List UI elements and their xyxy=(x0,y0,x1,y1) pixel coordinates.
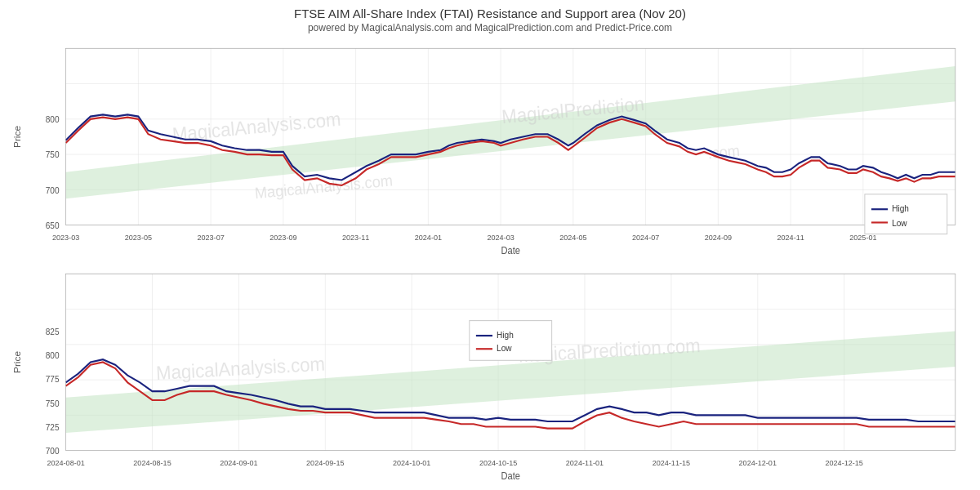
svg-text:2024-03: 2024-03 xyxy=(487,233,514,242)
svg-text:2024-07: 2024-07 xyxy=(632,233,659,242)
svg-text:2024-12-01: 2024-12-01 xyxy=(739,458,777,467)
svg-text:2024-08-15: 2024-08-15 xyxy=(133,458,171,467)
svg-text:2024-10-15: 2024-10-15 xyxy=(479,458,517,467)
charts-container: MagicalAnalysis.com MagicalPrediction .c… xyxy=(0,35,980,490)
svg-text:2024-11-15: 2024-11-15 xyxy=(653,458,690,467)
chart1-legend-high: High xyxy=(892,204,909,213)
chart2-svg: MagicalAnalysis.com MagicalPrediction.co… xyxy=(8,261,972,486)
svg-text:2024-05: 2024-05 xyxy=(559,233,586,242)
svg-text:2024-11: 2024-11 xyxy=(777,233,804,242)
chart2-x-label: Date xyxy=(501,471,520,481)
svg-text:800: 800 xyxy=(46,351,60,360)
chart1-svg: MagicalAnalysis.com MagicalPrediction .c… xyxy=(8,35,972,261)
svg-text:650: 650 xyxy=(46,221,60,230)
svg-text:2024-10-01: 2024-10-01 xyxy=(393,458,430,467)
svg-text:700: 700 xyxy=(46,185,60,194)
chart2-wrapper: MagicalAnalysis.com MagicalPrediction.co… xyxy=(8,261,972,486)
chart1-legend-box xyxy=(865,194,947,234)
chart1-wrapper: MagicalAnalysis.com MagicalPrediction .c… xyxy=(8,35,972,261)
svg-text:2023-11: 2023-11 xyxy=(342,233,369,242)
svg-text:2024-09-15: 2024-09-15 xyxy=(306,458,344,467)
chart1-x-label: Date xyxy=(501,246,520,256)
chart1-y-label: Price xyxy=(12,126,22,148)
chart1-legend-low: Low xyxy=(892,218,907,227)
svg-text:2024-08-01: 2024-08-01 xyxy=(47,458,84,467)
svg-text:2024-09-01: 2024-09-01 xyxy=(220,458,257,467)
chart2-legend-low: Low xyxy=(497,344,512,353)
svg-text:2024-09: 2024-09 xyxy=(705,233,732,242)
svg-text:775: 775 xyxy=(46,375,60,384)
svg-text:2024-12-15: 2024-12-15 xyxy=(825,458,862,467)
chart2-legend-box xyxy=(470,321,552,361)
page-title: FTSE AIM All-Share Index (FTAI) Resistan… xyxy=(0,7,980,20)
svg-text:2024-01: 2024-01 xyxy=(415,233,442,242)
svg-text:2023-09: 2023-09 xyxy=(270,233,296,242)
svg-text:750: 750 xyxy=(46,150,60,159)
page-subtitle: powered by MagicalAnalysis.com and Magic… xyxy=(0,22,980,33)
svg-text:2024-11-01: 2024-11-01 xyxy=(566,458,604,467)
svg-text:800: 800 xyxy=(46,115,60,124)
svg-text:700: 700 xyxy=(46,447,60,456)
svg-text:750: 750 xyxy=(46,399,60,408)
page-container: FTSE AIM All-Share Index (FTAI) Resistan… xyxy=(0,0,980,490)
svg-text:725: 725 xyxy=(46,422,60,431)
svg-text:2023-07: 2023-07 xyxy=(197,233,224,242)
chart2-legend-high: High xyxy=(497,331,514,340)
svg-text:2023-03: 2023-03 xyxy=(52,233,79,242)
header: FTSE AIM All-Share Index (FTAI) Resistan… xyxy=(0,0,980,35)
chart2-y-label: Price xyxy=(12,351,22,373)
svg-text:825: 825 xyxy=(46,327,60,336)
svg-text:2023-05: 2023-05 xyxy=(125,233,152,242)
